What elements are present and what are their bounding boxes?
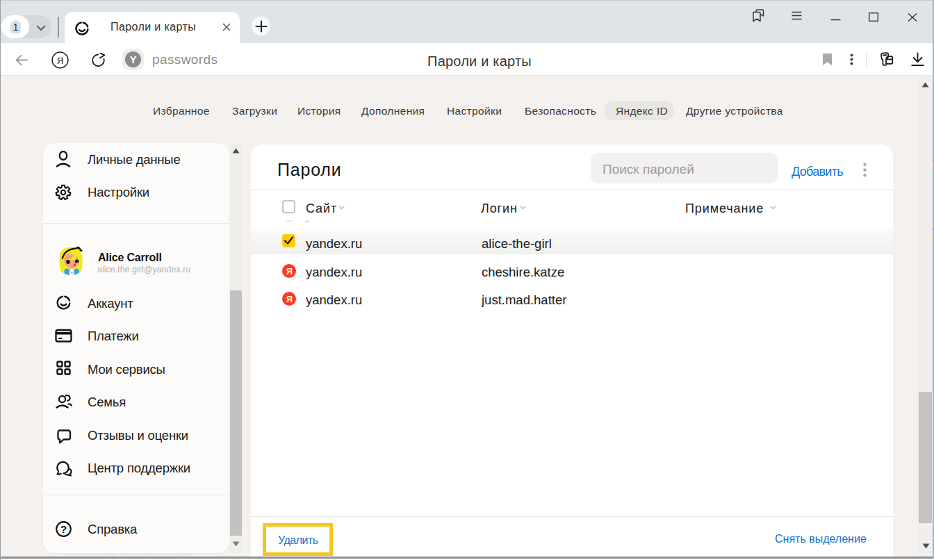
svg-text:Я: Я [286, 266, 293, 277]
svg-text:?: ? [60, 523, 67, 535]
svg-text:1: 1 [13, 22, 18, 33]
svg-text:Я: Я [286, 294, 293, 304]
